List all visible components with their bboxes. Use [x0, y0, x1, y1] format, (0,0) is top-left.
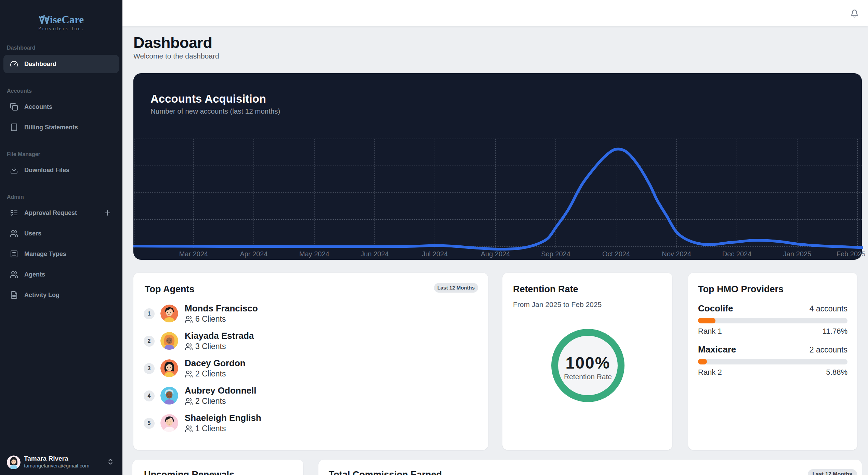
svg-text:Oct 2024: Oct 2024	[602, 250, 630, 258]
svg-text:Mar 2024: Mar 2024	[179, 250, 208, 258]
svg-text:Jul 2024: Jul 2024	[422, 250, 448, 258]
svg-text:Jun 2024: Jun 2024	[360, 250, 389, 258]
svg-text:Jan 2025: Jan 2025	[783, 250, 811, 258]
svg-text:Feb 2025: Feb 2025	[837, 250, 866, 258]
svg-text:Nov 2024: Nov 2024	[662, 250, 691, 258]
svg-text:May 2024: May 2024	[299, 250, 329, 258]
svg-text:Dec 2024: Dec 2024	[722, 250, 752, 258]
svg-text:Sep 2024: Sep 2024	[541, 250, 570, 258]
svg-text:Apr 2024: Apr 2024	[240, 250, 267, 258]
svg-text:Aug 2024: Aug 2024	[481, 250, 510, 258]
